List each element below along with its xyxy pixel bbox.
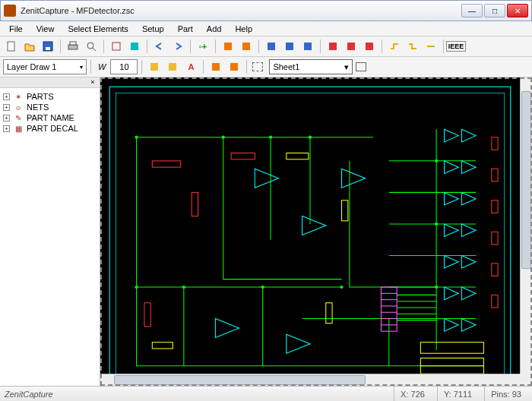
sheet-combo[interactable]: Sheet1 ▾	[269, 59, 353, 74]
schematic-canvas[interactable]	[100, 77, 532, 386]
menu-select-elements[interactable]: Select Elements	[62, 23, 134, 35]
tree-item-partdecal[interactable]: + ▦ PART DECAL	[3, 123, 97, 134]
menubar: File View Select Elements Setup Part Add…	[0, 21, 532, 36]
opt-text-icon[interactable]: A	[182, 58, 199, 75]
separator	[190, 39, 191, 53]
svg-rect-22	[192, 192, 198, 216]
tool-f-icon[interactable]	[325, 38, 341, 55]
svg-rect-31	[287, 153, 309, 159]
net-tool3-icon[interactable]	[423, 38, 439, 55]
partdecal-icon: ▦	[13, 124, 24, 133]
width-label: W	[95, 62, 109, 71]
separator	[141, 60, 142, 74]
partname-icon: ✎	[13, 113, 24, 122]
nets-icon: ⌾	[13, 103, 24, 112]
opt-b-icon[interactable]	[164, 58, 181, 75]
parts-icon: ✶	[13, 92, 24, 101]
separator	[382, 39, 382, 53]
tool-a-icon[interactable]	[220, 38, 236, 55]
tree-label: PARTS	[27, 92, 54, 101]
preview-icon[interactable]	[83, 38, 100, 55]
svg-point-13	[309, 136, 312, 139]
save-icon[interactable]	[40, 38, 56, 55]
scrollbar-horizontal[interactable]	[100, 374, 520, 386]
layer-combo-label: Layer Draw 1	[7, 62, 56, 71]
opt-d-icon[interactable]	[226, 58, 242, 75]
svg-rect-24	[231, 153, 255, 159]
layer-combo[interactable]: Layer Draw 1 ▾	[3, 59, 87, 74]
add-part-icon[interactable]: ▫+	[195, 38, 211, 55]
sheet-combo-label: Sheet1	[273, 62, 299, 71]
expand-icon[interactable]: +	[3, 125, 10, 132]
tool-c-icon[interactable]	[263, 38, 280, 55]
svg-point-11	[222, 136, 225, 139]
tree-label: PART NAME	[27, 113, 74, 122]
svg-rect-29	[492, 264, 498, 276]
menu-view[interactable]: View	[30, 23, 61, 35]
tree-item-nets[interactable]: + ⌾ NETS	[3, 102, 97, 112]
separator	[103, 39, 104, 53]
tool-d-icon[interactable]	[281, 38, 298, 55]
close-button[interactable]: ✕	[507, 4, 528, 17]
toolbar-options: Layer Draw 1 ▾ W 10 A Sheet1 ▾	[0, 57, 532, 77]
maximize-button[interactable]: □	[484, 4, 505, 17]
tree-item-parts[interactable]: + ✶ PARTS	[3, 91, 97, 102]
scrollbar-vertical[interactable]	[520, 77, 532, 374]
separator	[215, 39, 216, 53]
zoom-extents-icon[interactable]	[126, 38, 143, 55]
svg-rect-21	[152, 161, 180, 167]
titlebar: ZenitCapture - MFDetector.zsc — □ ✕	[0, 0, 532, 21]
separator	[203, 60, 204, 74]
tool-h-icon[interactable]	[361, 38, 378, 55]
svg-point-10	[135, 136, 138, 139]
expand-icon[interactable]: +	[3, 104, 10, 111]
menu-part[interactable]: Part	[172, 23, 199, 35]
svg-rect-26	[492, 169, 498, 182]
minimize-button[interactable]: —	[461, 4, 483, 17]
svg-point-20	[435, 286, 438, 289]
open-icon[interactable]	[21, 38, 38, 55]
svg-point-14	[135, 286, 138, 289]
width-input[interactable]: 10	[110, 59, 138, 74]
chevron-down-icon: ▾	[344, 62, 349, 72]
expand-icon[interactable]: +	[3, 93, 10, 100]
svg-point-18	[435, 159, 438, 163]
sheet-action-icon[interactable]	[354, 58, 371, 75]
tool-g-icon[interactable]	[343, 38, 359, 55]
print-icon[interactable]	[65, 38, 81, 55]
tree: + ✶ PARTS + ⌾ NETS + ✎ PART NAME + ▦ PAR…	[0, 88, 100, 137]
svg-rect-8	[109, 87, 511, 386]
ieee-button[interactable]: IEEE	[448, 38, 464, 55]
net-tool-icon[interactable]	[386, 38, 403, 55]
opt-c-icon[interactable]	[207, 58, 224, 75]
scrollbar-thumb[interactable]	[521, 91, 531, 269]
svg-rect-34	[326, 303, 332, 324]
redo-icon[interactable]	[169, 38, 186, 55]
svg-rect-33	[152, 343, 173, 349]
scrollbar-thumb[interactable]	[114, 375, 366, 385]
menu-add[interactable]: Add	[201, 23, 228, 35]
main-area: × + ✶ PARTS + ⌾ NETS + ✎ PART NAME + ▦ P…	[0, 77, 532, 386]
net-tool2-icon[interactable]	[404, 38, 421, 55]
svg-rect-23	[144, 303, 150, 327]
svg-rect-3	[68, 45, 78, 49]
sidebar-close-icon[interactable]: ×	[89, 79, 97, 87]
tree-item-partname[interactable]: + ✎ PART NAME	[3, 112, 97, 123]
svg-line-6	[93, 48, 96, 51]
svg-rect-30	[492, 295, 498, 308]
tool-b-icon[interactable]	[238, 38, 255, 55]
opt-a-icon[interactable]	[146, 58, 163, 75]
expand-icon[interactable]: +	[3, 115, 10, 122]
tool-e-icon[interactable]	[299, 38, 316, 55]
undo-icon[interactable]	[151, 38, 168, 55]
menu-file[interactable]: File	[3, 23, 29, 35]
svg-rect-4	[70, 42, 76, 45]
sheet-frame-icon[interactable]	[251, 58, 268, 75]
menu-setup[interactable]: Setup	[136, 23, 170, 35]
config-icon[interactable]	[108, 38, 125, 55]
menu-help[interactable]: Help	[229, 23, 258, 35]
toolbar-main: ▫+ IEEE	[0, 36, 532, 57]
new-icon[interactable]	[3, 38, 20, 55]
sidebar-header: ×	[0, 77, 100, 88]
svg-point-16	[261, 286, 264, 289]
